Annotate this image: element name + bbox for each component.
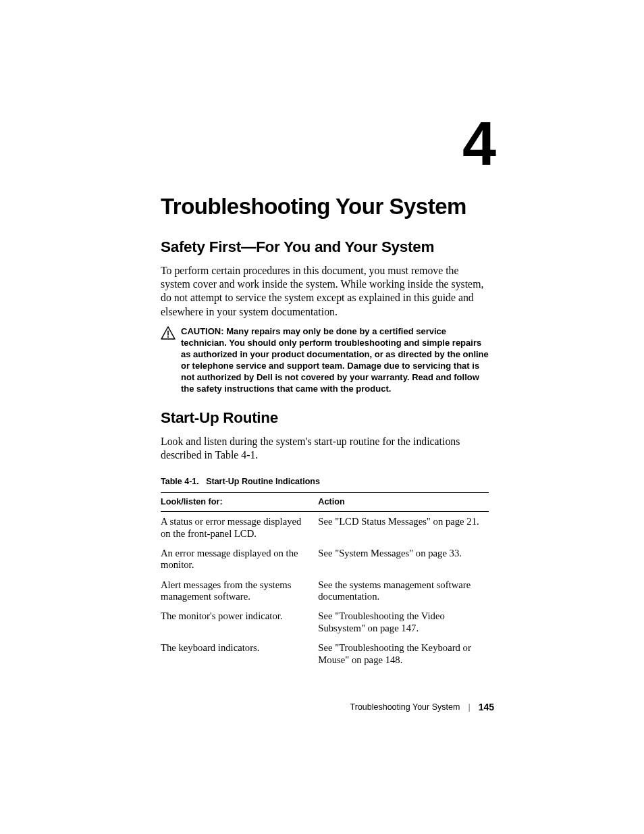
warning-triangle-icon — [161, 325, 181, 394]
chapter-title: Troubleshooting Your System — [161, 194, 489, 219]
table-caption-title: Start-Up Routine Indications — [206, 477, 320, 486]
table-row: The monitor's power indicator. See "Trou… — [161, 606, 489, 638]
page-footer: Troubleshooting Your System | 145 — [350, 702, 494, 712]
content-area: Troubleshooting Your System Safety First… — [161, 0, 489, 670]
table-row: The keyboard indicators. See "Troublesho… — [161, 638, 489, 670]
caution-label: CAUTION: — [181, 326, 224, 336]
safety-body: To perform certain procedures in this do… — [161, 264, 489, 319]
col-header-action: Action — [318, 493, 489, 512]
cell-look: An error message displayed on the monito… — [161, 544, 318, 575]
table-caption-prefix: Table 4-1. — [161, 477, 199, 486]
cell-action: See "Troubleshooting the Video Subsystem… — [318, 606, 489, 638]
caution-block: CAUTION: Many repairs may only be done b… — [161, 325, 489, 394]
section-heading-safety: Safety First—For You and Your System — [161, 238, 489, 256]
table-row: Alert messages from the systems manageme… — [161, 575, 489, 607]
cell-look: Alert messages from the systems manageme… — [161, 575, 318, 607]
col-header-look: Look/listen for: — [161, 493, 318, 512]
caution-text: CAUTION: Many repairs may only be done b… — [181, 325, 489, 394]
cell-look: The monitor's power indicator. — [161, 606, 318, 638]
cell-action: See "System Messages" on page 33. — [318, 544, 489, 575]
section-heading-startup: Start-Up Routine — [161, 409, 489, 427]
footer-section-title: Troubleshooting Your System — [350, 702, 460, 712]
startup-table: Look/listen for: Action A status or erro… — [161, 492, 489, 669]
startup-body: Look and listen during the system's star… — [161, 435, 489, 462]
cell-action: See "LCD Status Messages" on page 21. — [318, 512, 489, 544]
footer-separator-icon: | — [468, 702, 470, 712]
chapter-number: 4 — [462, 113, 494, 174]
svg-point-1 — [167, 336, 169, 338]
page-number: 145 — [479, 702, 494, 712]
page: 4 Troubleshooting Your System Safety Fir… — [0, 0, 644, 834]
cell-action: See the systems management software docu… — [318, 575, 489, 607]
cell-action: See "Troubleshooting the Keyboard or Mou… — [318, 638, 489, 670]
table-caption: Table 4-1. Start-Up Routine Indications — [161, 477, 489, 486]
caution-body: Many repairs may only be done by a certi… — [181, 326, 489, 394]
cell-look: A status or error message displayed on t… — [161, 512, 318, 544]
table-row: A status or error message displayed on t… — [161, 512, 489, 544]
table-row: An error message displayed on the monito… — [161, 544, 489, 575]
cell-look: The keyboard indicators. — [161, 638, 318, 670]
